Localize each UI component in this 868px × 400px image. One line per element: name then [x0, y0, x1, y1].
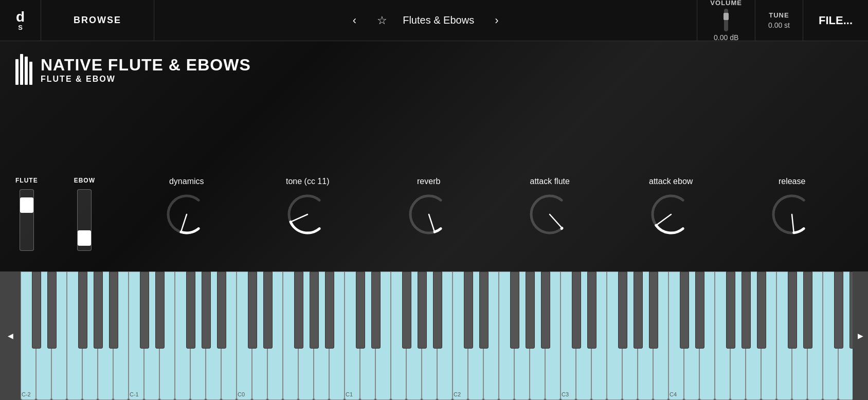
black-key-4-1[interactable] [479, 271, 489, 349]
fader-group-ebow: EBOW [74, 177, 95, 251]
black-key-4-2[interactable] [510, 271, 519, 349]
keyboard-scroll-right[interactable]: ▶ [853, 271, 868, 400]
black-key-5-0[interactable] [572, 271, 581, 349]
black-key-6-4[interactable] [757, 271, 766, 349]
next-button[interactable]: › [490, 11, 503, 30]
black-key-7-0[interactable] [788, 271, 797, 349]
black-key-4-0[interactable] [464, 271, 473, 349]
black-key-5-3[interactable] [634, 271, 643, 349]
black-key-6-1[interactable] [695, 271, 704, 349]
knob-group-2: reverb [406, 177, 452, 238]
octave-label-3: C1 [346, 391, 353, 397]
top-bar: d S BROWSE ‹ ☆ Flutes & Ebows › VOLUME 0… [0, 0, 868, 41]
svg-line-5 [792, 214, 794, 233]
knob-container-0[interactable] [164, 191, 210, 238]
black-key-2-2[interactable] [294, 271, 303, 349]
black-key-3-0[interactable] [356, 271, 365, 349]
browse-button[interactable]: BROWSE [41, 0, 154, 41]
fader-track-0[interactable] [20, 189, 34, 251]
file-button[interactable]: FILE... [803, 0, 868, 41]
black-key-2-3[interactable] [310, 271, 319, 349]
black-key-1-3[interactable] [202, 271, 211, 349]
knob-group-5: release [769, 177, 815, 238]
black-key-6-3[interactable] [742, 271, 751, 349]
icon-bar-4 [29, 62, 32, 85]
black-key-5-1[interactable] [587, 271, 596, 349]
black-key-6-2[interactable] [726, 271, 735, 349]
knob-label-2: reverb [417, 177, 440, 186]
icon-bar-3 [25, 57, 28, 85]
black-key-7-3[interactable] [849, 271, 853, 349]
octave-label-5: C3 [562, 391, 569, 397]
black-key-3-1[interactable] [371, 271, 381, 349]
black-key-1-2[interactable] [186, 271, 195, 349]
knob-label-5: release [779, 177, 805, 186]
fader-thumb-0[interactable] [20, 197, 33, 213]
black-key-0-1[interactable] [47, 271, 57, 349]
knob-container-4[interactable] [648, 191, 694, 238]
keyboard: C-2C-1C0C1C2C3C4 [21, 271, 853, 400]
knob-container-5[interactable] [769, 191, 815, 238]
knob-container-3[interactable] [527, 191, 573, 238]
instrument-name: NATIVE FLUTE & EBOWS [41, 56, 251, 75]
black-key-0-0[interactable] [32, 271, 41, 349]
black-key-5-4[interactable] [649, 271, 658, 349]
black-key-3-3[interactable] [418, 271, 427, 349]
tune-value: 0.00 st [768, 21, 790, 29]
volume-slider[interactable] [724, 9, 728, 31]
keyboard-section: ◀ C-2C-1C0C1C2C3C4 ▶ [0, 271, 868, 400]
knob-svg-4[interactable] [648, 191, 694, 238]
black-key-1-4[interactable] [217, 271, 226, 349]
keyboard-scroll-left[interactable]: ◀ [0, 271, 21, 400]
volume-value: 0.00 dB [714, 33, 738, 42]
icon-bar-2 [20, 54, 23, 85]
black-key-2-0[interactable] [248, 271, 257, 349]
octave-0: C-2 [21, 271, 129, 400]
knob-group-0: dynamics [164, 177, 210, 238]
black-key-7-1[interactable] [803, 271, 812, 349]
volume-slider-wrap [724, 9, 728, 31]
main-area: NATIVE FLUTE & EBOWS FLUTE & EBOW FLUTE … [0, 41, 868, 271]
volume-thumb[interactable] [724, 13, 729, 20]
knob-group-4: attack ebow [648, 177, 694, 238]
black-key-6-0[interactable] [680, 271, 689, 349]
octave-5: C3 [560, 271, 668, 400]
knob-label-4: attack ebow [649, 177, 693, 186]
octave-1: C-1 [129, 271, 237, 400]
svg-line-4 [656, 214, 671, 225]
black-key-2-1[interactable] [263, 271, 273, 349]
fader-label-0: FLUTE [15, 177, 38, 184]
black-key-1-1[interactable] [155, 271, 165, 349]
knob-container-1[interactable] [284, 191, 331, 238]
prev-button[interactable]: ‹ [348, 11, 361, 30]
octave-label-0: C-2 [22, 391, 31, 397]
knob-group-3: attack flute [527, 177, 573, 238]
knob-svg-2[interactable] [406, 191, 452, 238]
knob-svg-1[interactable] [284, 191, 331, 238]
octave-label-6: C4 [670, 391, 677, 397]
knob-svg-0[interactable] [164, 191, 210, 238]
nav-area: ‹ ☆ Flutes & Ebows › [154, 0, 697, 41]
black-key-5-2[interactable] [618, 271, 627, 349]
knob-container-2[interactable] [406, 191, 452, 238]
fader-label-1: EBOW [74, 177, 95, 184]
volume-section: VOLUME 0.00 dB [697, 0, 755, 41]
black-key-1-0[interactable] [140, 271, 149, 349]
fader-thumb-1[interactable] [78, 230, 91, 246]
black-key-0-3[interactable] [94, 271, 103, 349]
black-key-4-3[interactable] [526, 271, 535, 349]
octave-label-2: C0 [238, 391, 245, 397]
black-key-0-4[interactable] [109, 271, 118, 349]
preset-name: Flutes & Ebows [403, 14, 474, 26]
knob-svg-3[interactable] [527, 191, 573, 238]
black-key-7-2[interactable] [834, 271, 843, 349]
fader-track-1[interactable] [77, 189, 92, 251]
black-key-2-4[interactable] [325, 271, 334, 349]
black-key-3-4[interactable] [433, 271, 442, 349]
favorite-button[interactable]: ☆ [377, 14, 387, 27]
black-key-3-2[interactable] [402, 271, 411, 349]
svg-line-3 [550, 214, 562, 228]
knob-svg-5[interactable] [769, 191, 815, 238]
black-key-4-4[interactable] [541, 271, 550, 349]
black-key-0-2[interactable] [78, 271, 87, 349]
